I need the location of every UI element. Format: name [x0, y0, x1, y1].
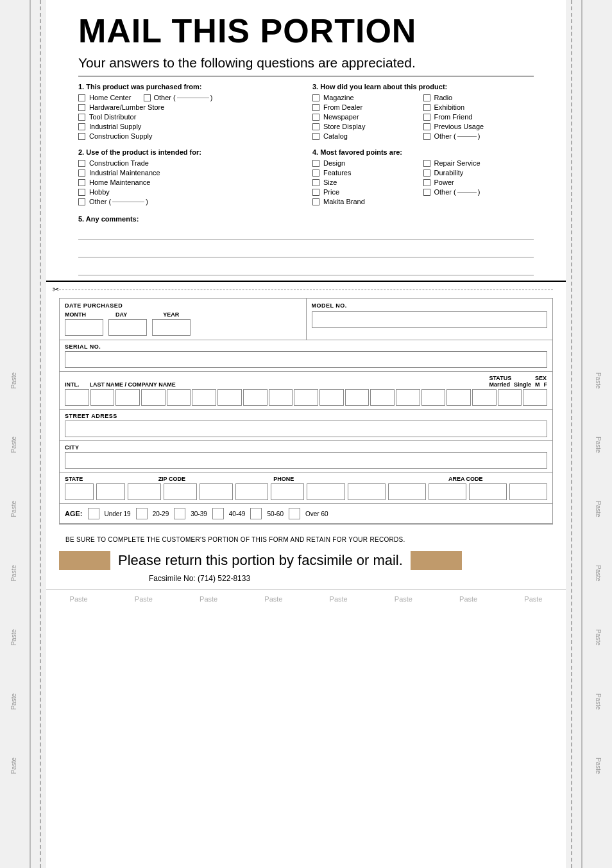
q1-checkbox-other[interactable]	[144, 94, 151, 101]
q3-row-newspaper: Newspaper	[312, 113, 423, 121]
q1-checkbox-tool[interactable]	[78, 114, 85, 121]
age-checkbox-under19[interactable]	[88, 508, 99, 519]
q2-checkbox-home[interactable]	[78, 179, 85, 186]
q2-row-construction: Construction Trade	[78, 159, 300, 167]
comment-line-1[interactable]	[78, 227, 534, 239]
zip-box-3[interactable]	[200, 483, 233, 500]
q2-option-hobby: Hobby	[89, 188, 110, 196]
model-no-input[interactable]	[312, 311, 548, 328]
paste-side-label-right-5: Paste	[595, 629, 602, 646]
q3-checkbox-previous[interactable]	[423, 123, 430, 130]
q4-checkbox-repair[interactable]	[423, 160, 430, 167]
q2-other-input[interactable]	[112, 202, 144, 202]
paste-side-label-right-3: Paste	[595, 501, 602, 517]
name-box-5[interactable]	[167, 389, 191, 406]
q4-checkbox-makita[interactable]	[312, 198, 319, 205]
phone-box-1[interactable]	[307, 483, 344, 500]
q3-checkbox-catalog[interactable]	[312, 133, 319, 140]
q4-other-input[interactable]	[457, 192, 477, 193]
q4-row-power: Power	[423, 178, 534, 186]
name-box-10[interactable]	[294, 389, 318, 406]
comment-line-3[interactable]	[78, 263, 534, 275]
date-sub-labels: MONTH DAY YEAR	[65, 311, 301, 318]
city-input[interactable]	[65, 452, 547, 469]
state-box-2[interactable]	[96, 483, 125, 500]
q2-checkbox-other[interactable]	[78, 198, 85, 205]
name-box-status-married[interactable]	[446, 389, 471, 406]
name-box-8[interactable]	[243, 389, 268, 406]
q3-option-friend: From Friend	[434, 113, 473, 121]
zip-box-4[interactable]	[235, 483, 269, 500]
age-checkbox-over60[interactable]	[289, 508, 300, 519]
q4-checkbox-design[interactable]	[312, 160, 319, 167]
q1-checkbox-industrial[interactable]	[78, 123, 85, 130]
q3-checkbox-dealer[interactable]	[312, 104, 319, 111]
name-box-4[interactable]	[141, 389, 166, 406]
zip-box-5[interactable]	[271, 483, 304, 500]
day-input[interactable]	[108, 319, 147, 336]
q3-checkbox-exhibition[interactable]	[423, 104, 430, 111]
q3-checkbox-newspaper[interactable]	[312, 114, 319, 121]
q4-checkbox-price[interactable]	[312, 189, 319, 196]
area-box-2[interactable]	[469, 483, 507, 500]
q2-checkbox-hobby[interactable]	[78, 189, 85, 196]
street-input[interactable]	[65, 421, 547, 437]
q2-row-industrial: Industrial Maintenance	[78, 169, 300, 177]
name-box-11[interactable]	[319, 389, 344, 406]
name-box-sex-m[interactable]	[498, 389, 522, 406]
name-box-7[interactable]	[217, 389, 242, 406]
phone-box-3[interactable]	[388, 483, 426, 500]
q4-checkbox-size[interactable]	[312, 179, 319, 186]
name-box-6[interactable]	[192, 389, 216, 406]
q1-checkbox-hardware[interactable]	[78, 104, 85, 111]
paste-bottom-2: Paste	[135, 595, 153, 603]
name-box-9[interactable]	[269, 389, 293, 406]
area-box-3[interactable]	[509, 483, 547, 500]
name-box-sex-f[interactable]	[523, 389, 547, 406]
zip-box-1[interactable]	[128, 483, 161, 500]
serial-no-input[interactable]	[65, 351, 547, 368]
name-box-15[interactable]	[421, 389, 446, 406]
area-code-label: AREA CODE	[425, 476, 482, 482]
q3-checkbox-radio[interactable]	[423, 94, 430, 101]
name-box-1[interactable]	[65, 389, 89, 406]
name-box-3[interactable]	[115, 389, 140, 406]
age-checkbox-20-29[interactable]	[136, 508, 148, 519]
q3-checkbox-store[interactable]	[312, 123, 319, 130]
phone-box-2[interactable]	[348, 483, 386, 500]
q4-checkbox-power[interactable]	[423, 179, 430, 186]
age-checkbox-40-49[interactable]	[212, 508, 224, 519]
q3-checkbox-friend[interactable]	[423, 114, 430, 121]
q2-checkbox-construction[interactable]	[78, 160, 85, 167]
q3-checkbox-magazine[interactable]	[312, 94, 319, 101]
q4-checkbox-durability[interactable]	[423, 169, 430, 177]
name-box-status-single[interactable]	[472, 389, 497, 406]
q1-other-input[interactable]	[177, 98, 209, 98]
q4-checkbox-features[interactable]	[312, 169, 319, 177]
comment-line-2[interactable]	[78, 245, 534, 257]
q3-other-input[interactable]	[457, 136, 477, 137]
area-box-1[interactable]	[429, 483, 466, 500]
year-input[interactable]	[152, 319, 191, 336]
q2-checkbox-industrial[interactable]	[78, 169, 85, 177]
name-box-13[interactable]	[370, 389, 395, 406]
q3-row-exhibition: Exhibition	[423, 103, 534, 111]
q1-checkbox-home[interactable]	[78, 94, 85, 101]
q3-row-other: Other ( )	[423, 132, 534, 140]
paste-side-label-left-2: Paste	[10, 437, 17, 453]
header-section: MAIL THIS PORTION Your answers to the fo…	[46, 0, 566, 282]
q4-checkbox-other[interactable]	[423, 189, 430, 196]
q1-row-home: Home Center Other ( )	[78, 94, 300, 101]
month-input[interactable]	[65, 319, 103, 336]
name-box-14[interactable]	[396, 389, 420, 406]
age-checkbox-50-60[interactable]	[250, 508, 262, 519]
q3-row-dealer: From Dealer	[312, 103, 423, 111]
zip-box-2[interactable]	[164, 483, 197, 500]
q3-option-exhibition: Exhibition	[434, 103, 465, 111]
name-box-12[interactable]	[345, 389, 370, 406]
name-box-2[interactable]	[90, 389, 115, 406]
q3-checkbox-other[interactable]	[423, 133, 430, 140]
q1-checkbox-construction[interactable]	[78, 133, 85, 140]
age-checkbox-30-39[interactable]	[174, 508, 185, 519]
state-box-1[interactable]	[65, 483, 94, 500]
